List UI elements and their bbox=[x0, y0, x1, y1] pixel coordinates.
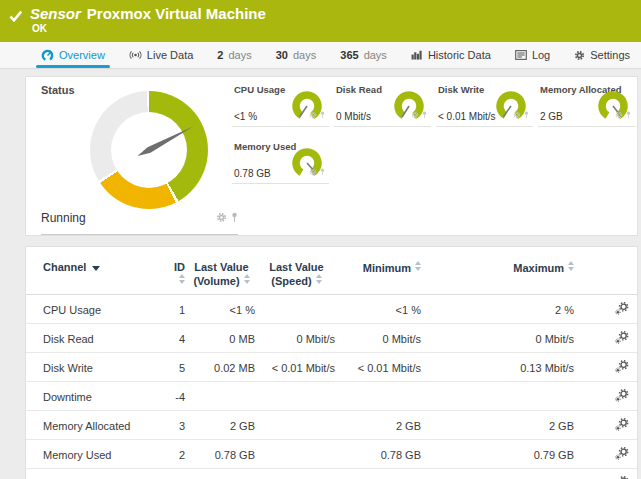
channel-last-value-speed bbox=[258, 382, 338, 411]
channel-id: 2 bbox=[166, 440, 188, 469]
tab-number: 365 bbox=[340, 49, 358, 61]
column-header-last-value-speed[interactable]: Last Value (Speed) bbox=[258, 247, 338, 295]
channel-settings-icon[interactable] bbox=[615, 360, 629, 373]
gear-icon[interactable] bbox=[513, 105, 521, 123]
column-header-last-value-volume[interactable]: Last Value (Volume) bbox=[188, 247, 258, 295]
mini-gauge-value: 0 Mbit/s bbox=[336, 111, 371, 122]
channel-minimum: <1 % bbox=[338, 295, 424, 324]
mini-gauge-title: Disk Read bbox=[336, 84, 382, 95]
channel-settings-icon[interactable] bbox=[615, 447, 629, 460]
gear-icon[interactable] bbox=[615, 105, 623, 123]
tab-overview[interactable]: Overview bbox=[36, 42, 110, 68]
channel-name[interactable]: Memory Used bbox=[26, 440, 166, 469]
channel-name[interactable]: Disk Read bbox=[26, 324, 166, 353]
channel-last-value-speed: < 0.01 Mbit/s bbox=[258, 353, 338, 382]
gear-icon[interactable] bbox=[309, 105, 317, 123]
channel-name[interactable]: Disk Write bbox=[26, 353, 166, 382]
channel-last-value-volume: 0.02 MB bbox=[188, 353, 258, 382]
channel-maximum: 2 GB bbox=[424, 411, 577, 440]
mini-gauge-cell: Disk Read 0 Mbit/s bbox=[334, 81, 431, 127]
table-row: Disk Read 4 0 MB 0 Mbit/s 0 Mbit/s 0 Mbi… bbox=[26, 324, 637, 353]
mini-gauge-cell: Disk Write < 0.01 Mbit/s bbox=[436, 81, 533, 127]
tab-label: Live Data bbox=[147, 49, 193, 61]
channel-settings-icon[interactable] bbox=[615, 418, 629, 431]
tab-label: days bbox=[228, 49, 251, 61]
pin-icon[interactable] bbox=[231, 209, 238, 227]
channel-maximum: 0.79 GB bbox=[424, 440, 577, 469]
pin-icon[interactable] bbox=[422, 105, 427, 123]
channel-name[interactable]: Memory Allocated bbox=[26, 411, 166, 440]
channel-last-value-volume bbox=[188, 382, 258, 411]
channel-last-value-speed bbox=[258, 469, 338, 479]
mini-gauge-value: 2 GB bbox=[540, 111, 563, 122]
status-value-row: Running bbox=[41, 209, 238, 235]
tab-settings[interactable]: Settings bbox=[569, 42, 635, 68]
channel-name[interactable]: Status bbox=[26, 469, 166, 479]
channel-table-panel: Channel ID Last Value (Volume) Last Valu… bbox=[25, 246, 638, 479]
gear-icon[interactable] bbox=[411, 105, 419, 123]
sort-icon[interactable] bbox=[568, 261, 574, 271]
pin-icon[interactable] bbox=[524, 105, 529, 123]
column-header-id[interactable]: ID bbox=[166, 247, 188, 295]
mini-gauge-value: <1 % bbox=[234, 111, 257, 122]
table-row: Memory Used 2 0.78 GB 0.78 GB 0.79 GB bbox=[26, 440, 637, 469]
tab-live-data[interactable]: Live Data bbox=[124, 42, 198, 68]
sensor-status-badge: OK bbox=[0, 23, 641, 34]
channel-id: -4 bbox=[166, 382, 188, 411]
tab-label: days bbox=[293, 49, 316, 61]
channel-id: 5 bbox=[166, 353, 188, 382]
channel-maximum: 0.13 Mbit/s bbox=[424, 353, 577, 382]
gear-icon bbox=[574, 50, 585, 61]
channel-last-value-speed bbox=[258, 411, 338, 440]
tab-365-days[interactable]: 365 days bbox=[335, 42, 392, 68]
channel-settings-icon[interactable] bbox=[615, 389, 629, 402]
channel-settings-icon[interactable] bbox=[615, 302, 629, 315]
table-row: Disk Write 5 0.02 MB < 0.01 Mbit/s < 0.0… bbox=[26, 353, 637, 382]
sensor-kind-label: Sensor bbox=[30, 5, 81, 22]
table-row: Memory Allocated 3 2 GB 2 GB 2 GB bbox=[26, 411, 637, 440]
mini-gauge-cell: CPU Usage <1 % bbox=[232, 81, 329, 127]
channel-name[interactable]: CPU Usage bbox=[26, 295, 166, 324]
sort-icon[interactable] bbox=[244, 274, 250, 284]
channel-maximum: 2 % bbox=[424, 295, 577, 324]
channel-minimum: 0 Mbit/s bbox=[338, 324, 424, 353]
tab-label: Settings bbox=[590, 49, 630, 61]
tab-log[interactable]: Log bbox=[510, 42, 555, 68]
status-value: Running bbox=[41, 211, 86, 225]
pin-icon[interactable] bbox=[320, 162, 325, 180]
mini-gauge-value: < 0.01 Mbit/s bbox=[438, 111, 496, 122]
mini-gauge-cell: Memory Allocated 2 GB bbox=[538, 81, 635, 127]
tab-historic-data[interactable]: Historic Data bbox=[406, 42, 496, 68]
chevron-down-icon bbox=[92, 266, 100, 271]
sort-icon[interactable] bbox=[316, 274, 322, 284]
channel-name[interactable]: Downtime bbox=[26, 382, 166, 411]
gear-icon[interactable] bbox=[309, 162, 317, 180]
column-header-minimum[interactable]: Minimum bbox=[338, 247, 424, 295]
tab-30-days[interactable]: 30 days bbox=[271, 42, 322, 68]
channel-settings-icon[interactable] bbox=[615, 331, 629, 344]
gear-icon[interactable] bbox=[216, 209, 227, 227]
column-header-channel[interactable]: Channel bbox=[26, 247, 166, 295]
table-row: Status 0 Running Running Running bbox=[26, 469, 637, 479]
channel-minimum: 2 GB bbox=[338, 411, 424, 440]
channel-maximum: Running bbox=[424, 469, 577, 479]
pin-icon[interactable] bbox=[626, 105, 631, 123]
tab-number: 30 bbox=[276, 49, 288, 61]
table-row: Downtime -4 bbox=[26, 382, 637, 411]
gauge-icon bbox=[41, 49, 54, 62]
mini-gauge-title: CPU Usage bbox=[234, 84, 285, 95]
channel-minimum bbox=[338, 382, 424, 411]
channel-maximum bbox=[424, 382, 577, 411]
tab-label: Historic Data bbox=[428, 49, 491, 61]
sort-icon[interactable] bbox=[415, 261, 421, 271]
channel-maximum: 0 Mbit/s bbox=[424, 324, 577, 353]
channel-table: Channel ID Last Value (Volume) Last Valu… bbox=[26, 247, 637, 479]
column-header-maximum[interactable]: Maximum bbox=[424, 247, 577, 295]
sort-icon[interactable] bbox=[179, 274, 185, 284]
tab-2-days[interactable]: 2 days bbox=[212, 42, 256, 68]
channel-id: 1 bbox=[166, 295, 188, 324]
channel-id: 0 bbox=[166, 469, 188, 479]
pin-icon[interactable] bbox=[320, 105, 325, 123]
chart-icon bbox=[411, 50, 423, 60]
status-gauge[interactable] bbox=[90, 91, 208, 209]
